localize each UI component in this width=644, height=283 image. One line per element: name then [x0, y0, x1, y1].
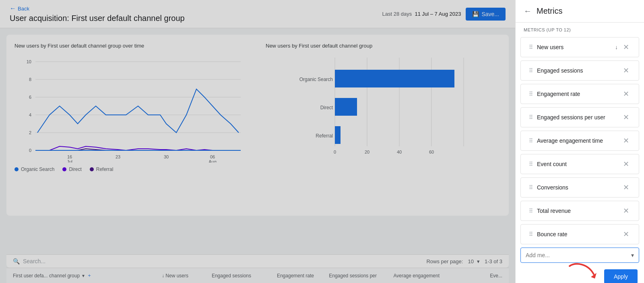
- svg-text:40: 40: [397, 150, 402, 154]
- remove-engaged-sessions-button[interactable]: ✕: [621, 66, 631, 75]
- metrics-panel: ← Metrics METRICS (UP TO 12) ⠿ New users…: [515, 0, 644, 283]
- drag-icon: ⠿: [529, 161, 533, 167]
- bar-direct: [335, 98, 357, 116]
- header-left: ← Back User acquisition: First user defa…: [10, 5, 185, 23]
- col-new-users: ↓ New users: [132, 273, 188, 279]
- remove-bounce-rate-button[interactable]: ✕: [621, 229, 631, 239]
- metric-name-new-users: New users: [537, 44, 615, 50]
- svg-text:30: 30: [164, 154, 169, 159]
- metric-item-engaged-sessions-per-user[interactable]: ⠿ Engaged sessions per user ✕: [520, 107, 639, 127]
- add-metric-dropdown-icon[interactable]: ▾: [631, 252, 634, 258]
- panel-back-button[interactable]: ←: [524, 6, 532, 16]
- metric-name-engaged-sessions: Engaged sessions: [537, 67, 621, 74]
- svg-text:Direct: Direct: [320, 105, 333, 110]
- bar-organic: [335, 70, 454, 87]
- svg-text:0: 0: [29, 148, 31, 153]
- metric-item-new-users[interactable]: ⠿ New users ↓ ✕: [520, 37, 639, 57]
- drag-icon: ⠿: [529, 208, 533, 214]
- svg-text:06: 06: [210, 154, 215, 159]
- svg-text:16: 16: [67, 154, 72, 159]
- remove-event-count-button[interactable]: ✕: [621, 159, 631, 169]
- red-arrow: [568, 260, 600, 281]
- col-engaged-sessions-per: Engaged sessions per: [320, 273, 377, 279]
- date-range: Last 28 days 11 Jul – 7 Aug 2023: [382, 11, 461, 17]
- metric-item-avg-engagement-time[interactable]: ⠿ Average engagement time ✕: [520, 131, 639, 151]
- metric-name-conversions: Conversions: [537, 184, 621, 191]
- svg-text:0: 0: [334, 150, 336, 154]
- pagination-info: Rows per page: 10 ▾ 1-3 of 3: [426, 258, 502, 264]
- remove-total-revenue-button[interactable]: ✕: [621, 206, 631, 216]
- back-label: Back: [18, 6, 29, 12]
- legend-dot-organic: [14, 167, 19, 171]
- remove-conversions-button[interactable]: ✕: [621, 183, 631, 192]
- svg-text:Organic Search: Organic Search: [299, 77, 333, 82]
- save-icon: 💾: [472, 11, 479, 17]
- back-link[interactable]: ← Back: [10, 5, 185, 12]
- metric-item-event-count[interactable]: ⠿ Event count ✕: [520, 154, 639, 174]
- metric-item-bounce-rate[interactable]: ⠿ Bounce rate ✕: [520, 224, 639, 244]
- col-avg-engagement: Average engagement: [383, 273, 440, 279]
- svg-text:Jul: Jul: [67, 159, 72, 162]
- rows-dropdown-icon[interactable]: ▾: [477, 258, 480, 264]
- save-button[interactable]: 💾 Save...: [466, 8, 506, 21]
- svg-text:20: 20: [365, 150, 369, 154]
- bar-chart-wrapper: 0 20 40 60 Organic Search Direct Referra…: [266, 54, 501, 166]
- metric-item-total-revenue[interactable]: ⠿ Total revenue ✕: [520, 201, 639, 221]
- line-chart-title: New users by First user default channel …: [14, 43, 250, 49]
- legend-dot-referral: [90, 167, 94, 171]
- drag-icon: ⠿: [529, 114, 533, 121]
- metric-item-conversions[interactable]: ⠿ Conversions ✕: [520, 177, 639, 198]
- add-metric-input[interactable]: [526, 252, 631, 258]
- legend-label-direct: Direct: [69, 166, 81, 172]
- metric-item-engaged-sessions[interactable]: ⠿ Engaged sessions ✕: [520, 60, 639, 81]
- panel-section-label: METRICS (UP TO 12): [516, 23, 644, 35]
- drag-icon: ⠿: [529, 137, 533, 144]
- drag-icon: ⠿: [529, 231, 533, 237]
- legend-item-organic: Organic Search: [14, 166, 54, 172]
- search-icon: 🔍: [13, 258, 20, 264]
- col-engagement-rate: Engagement rate: [258, 273, 314, 279]
- apply-button[interactable]: Apply: [604, 269, 638, 283]
- line-chart-section: New users by First user default channel …: [14, 43, 250, 208]
- search-box: 🔍 Search...: [13, 258, 45, 264]
- col-event: Eve...: [446, 273, 502, 279]
- remove-engaged-sessions-per-user-button[interactable]: ✕: [621, 112, 631, 122]
- search-placeholder[interactable]: Search...: [23, 258, 45, 264]
- remove-new-users-button[interactable]: ✕: [621, 42, 631, 52]
- remove-avg-engagement-time-button[interactable]: ✕: [621, 136, 631, 146]
- bar-referral: [335, 126, 341, 144]
- line-chart-svg: 10 8 6 4 2 0 16 Jul 23 30 06 A: [14, 54, 250, 162]
- metric-name-total-revenue: Total revenue: [537, 208, 621, 214]
- bar-chart-section: New users by First user default channel …: [266, 43, 501, 208]
- col-channel-group[interactable]: First user defa... channel group ▾ ＋: [13, 272, 126, 279]
- table-header: First user defa... channel group ▾ ＋ ↓ N…: [6, 268, 509, 283]
- legend-label-organic: Organic Search: [21, 166, 54, 172]
- remove-engagement-rate-button[interactable]: ✕: [621, 89, 631, 99]
- sort-down-icon: ↓: [615, 44, 618, 50]
- svg-text:8: 8: [29, 77, 31, 82]
- drag-icon: ⠿: [529, 67, 533, 74]
- pagination-count: 1-3 of 3: [485, 258, 502, 264]
- drag-icon: ⠿: [529, 44, 533, 50]
- metric-item-engagement-rate[interactable]: ⠿ Engagement rate ✕: [520, 84, 639, 104]
- metric-name-engagement-rate: Engagement rate: [537, 91, 621, 97]
- metric-name-engaged-sessions-per-user: Engaged sessions per user: [537, 114, 621, 121]
- page-title: User acquisition: First user default cha…: [10, 14, 185, 23]
- panel-title: Metrics: [537, 6, 562, 16]
- svg-text:2: 2: [29, 130, 31, 135]
- col-channel-dropdown-icon[interactable]: ▾: [82, 273, 85, 279]
- drag-icon: ⠿: [529, 184, 533, 191]
- metric-name-bounce-rate: Bounce rate: [537, 231, 621, 237]
- panel-footer: Apply: [516, 264, 644, 283]
- charts-row: New users by First user default channel …: [14, 43, 501, 208]
- add-col-icon[interactable]: ＋: [87, 272, 92, 279]
- svg-text:6: 6: [29, 95, 31, 100]
- panel-header: ← Metrics: [516, 0, 644, 23]
- svg-text:23: 23: [116, 154, 120, 159]
- bar-chart-svg: 0 20 40 60 Organic Search Direct Referra…: [266, 54, 501, 162]
- metric-name-event-count: Event count: [537, 161, 621, 167]
- metric-name-avg-engagement-time: Average engagement time: [537, 137, 621, 144]
- bar-chart-title: New users by First user default channel …: [266, 43, 501, 49]
- svg-text:Aug: Aug: [208, 159, 217, 162]
- page-header: ← Back User acquisition: First user defa…: [0, 0, 515, 28]
